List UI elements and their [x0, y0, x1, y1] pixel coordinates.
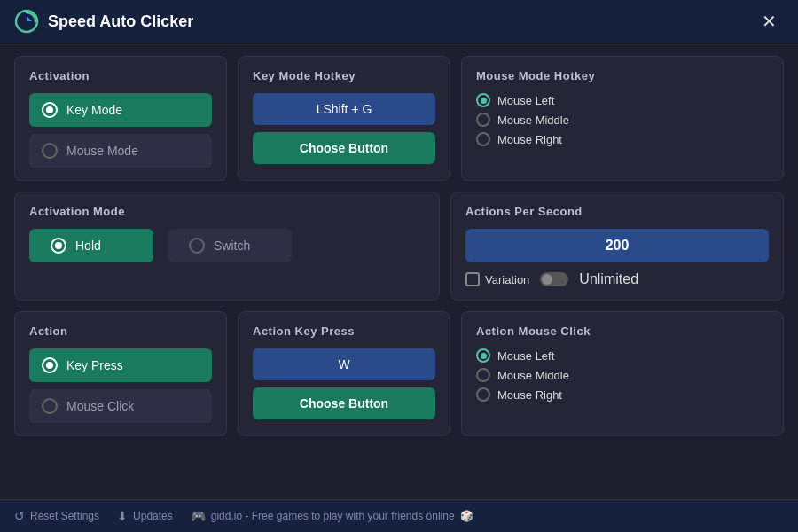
key-mode-radio-circle — [42, 102, 58, 118]
mouse-left-hotkey-label: Mouse Left — [497, 94, 554, 107]
action-mouse-left-circle — [476, 348, 490, 363]
action-radio-group: Key Press Mouse Click — [29, 348, 212, 423]
activation-section: Activation Key Mode Mouse Mode — [14, 56, 227, 181]
unlimited-label: Unlimited — [579, 271, 638, 287]
key-press-label: Key Press — [66, 358, 123, 372]
key-hotkey-section: Key Mode Hotkey LShift + G Choose Button — [238, 56, 450, 181]
gidd-label: gidd.io - Free games to play with your f… — [211, 510, 455, 522]
hold-button[interactable]: Hold — [29, 229, 153, 262]
mouse-hotkey-section: Mouse Mode Hotkey Mouse Left Mouse Middl… — [461, 56, 784, 181]
app-icon — [14, 9, 39, 34]
action-mouse-right-label: Mouse Right — [497, 388, 562, 402]
mouse-hotkey-radio-group: Mouse Left Mouse Middle Mouse Right — [476, 93, 769, 146]
hotkey-display-button[interactable]: LShift + G — [253, 93, 435, 125]
updates-label: Updates — [133, 510, 173, 522]
action-section: Action Key Press Mouse Click — [14, 311, 227, 436]
key-mode-button[interactable]: Key Mode — [29, 93, 212, 127]
updates-icon: ⬇ — [117, 509, 128, 523]
key-mode-label: Key Mode — [66, 103, 122, 117]
main-content: Activation Key Mode Mouse Mode Key Mode … — [0, 43, 798, 499]
variation-checkbox[interactable] — [466, 272, 480, 286]
gidd-item[interactable]: 🎮 gidd.io - Free games to play with your… — [191, 509, 473, 523]
mouse-click-label: Mouse Click — [66, 399, 134, 413]
action-mouse-left-item[interactable]: Mouse Left — [476, 348, 769, 363]
reset-icon: ↺ — [14, 509, 25, 523]
top-row: Activation Key Mode Mouse Mode Key Mode … — [14, 56, 784, 181]
key-press-button[interactable]: Key Press — [29, 348, 212, 382]
svg-marker-1 — [27, 16, 32, 21]
action-key-press-section: Action Key Press W Choose Button — [238, 311, 450, 436]
key-hotkey-title: Key Mode Hotkey — [253, 69, 435, 82]
variation-label: Variation — [485, 273, 529, 286]
switch-label: Switch — [214, 239, 250, 253]
action-key-press-title: Action Key Press — [253, 325, 435, 338]
mouse-right-hotkey-circle — [476, 132, 490, 146]
app-window: Speed Auto Clicker ✕ Activation Key Mode… — [0, 0, 798, 532]
aps-title: Actions Per Second — [466, 205, 769, 218]
mouse-right-hotkey-item[interactable]: Mouse Right — [476, 132, 769, 146]
mouse-middle-hotkey-circle — [476, 113, 490, 127]
mouse-mode-label: Mouse Mode — [66, 144, 138, 158]
mouse-click-button[interactable]: Mouse Click — [29, 389, 212, 423]
mouse-middle-hotkey-label: Mouse Middle — [497, 113, 569, 127]
middle-row: Activation Mode Hold Switch Actions Per … — [14, 192, 784, 301]
mouse-right-hotkey-label: Mouse Right — [497, 133, 562, 146]
activation-title: Activation — [29, 69, 212, 82]
action-mouse-right-item[interactable]: Mouse Right — [476, 387, 769, 402]
hold-label: Hold — [75, 239, 101, 253]
footer: ↺ Reset Settings ⬇ Updates 🎮 gidd.io - F… — [0, 499, 798, 532]
mouse-mode-radio-circle — [42, 143, 58, 159]
aps-input[interactable] — [466, 229, 769, 262]
action-title: Action — [29, 325, 212, 338]
gidd-icon: 🎮 — [191, 509, 206, 523]
variation-checkbox-item[interactable]: Variation — [466, 272, 529, 286]
activation-mode-section: Activation Mode Hold Switch — [14, 192, 440, 301]
action-key-choose-button[interactable]: Choose Button — [253, 387, 435, 419]
activation-mode-row: Hold Switch — [29, 229, 425, 262]
mouse-middle-hotkey-item[interactable]: Mouse Middle — [476, 113, 769, 127]
mouse-left-hotkey-item[interactable]: Mouse Left — [476, 93, 769, 107]
switch-radio-circle — [189, 238, 205, 254]
app-title: Speed Auto Clicker — [48, 12, 193, 31]
mouse-mode-button[interactable]: Mouse Mode — [29, 134, 212, 168]
key-press-radio-circle — [42, 357, 58, 373]
action-mouse-click-radio-group: Mouse Left Mouse Middle Mouse Right — [476, 348, 769, 402]
bottom-row: Action Key Press Mouse Click Action Key … — [14, 311, 784, 436]
action-mouse-left-label: Mouse Left — [497, 349, 554, 363]
mouse-hotkey-title: Mouse Mode Hotkey — [476, 69, 769, 82]
reset-settings-item[interactable]: ↺ Reset Settings — [14, 509, 99, 523]
aps-options: Variation Unlimited — [466, 271, 769, 287]
gidd-game-icon: 🎲 — [460, 510, 473, 522]
aps-section: Actions Per Second Variation Unlimited — [450, 192, 784, 301]
title-bar: Speed Auto Clicker ✕ — [0, 0, 798, 43]
action-mouse-middle-item[interactable]: Mouse Middle — [476, 368, 769, 382]
action-mouse-click-title: Action Mouse Click — [476, 325, 769, 338]
key-hotkey-choose-button[interactable]: Choose Button — [253, 132, 435, 164]
unlimited-toggle[interactable] — [540, 272, 568, 286]
activation-mode-title: Activation Mode — [29, 205, 425, 218]
reset-settings-label: Reset Settings — [30, 510, 99, 522]
action-mouse-click-section: Action Mouse Click Mouse Left Mouse Midd… — [461, 311, 784, 436]
activation-radio-group: Key Mode Mouse Mode — [29, 93, 212, 168]
action-mouse-middle-circle — [476, 368, 490, 382]
mouse-left-hotkey-circle — [476, 93, 490, 107]
title-bar-left: Speed Auto Clicker — [14, 9, 193, 34]
close-button[interactable]: ✕ — [755, 9, 784, 34]
action-mouse-middle-label: Mouse Middle — [497, 369, 569, 382]
mouse-click-radio-circle — [42, 398, 58, 414]
switch-button[interactable]: Switch — [168, 229, 292, 262]
hold-radio-circle — [51, 238, 66, 254]
action-mouse-right-circle — [476, 387, 490, 402]
action-key-display-button[interactable]: W — [253, 348, 435, 380]
updates-item[interactable]: ⬇ Updates — [117, 509, 173, 523]
